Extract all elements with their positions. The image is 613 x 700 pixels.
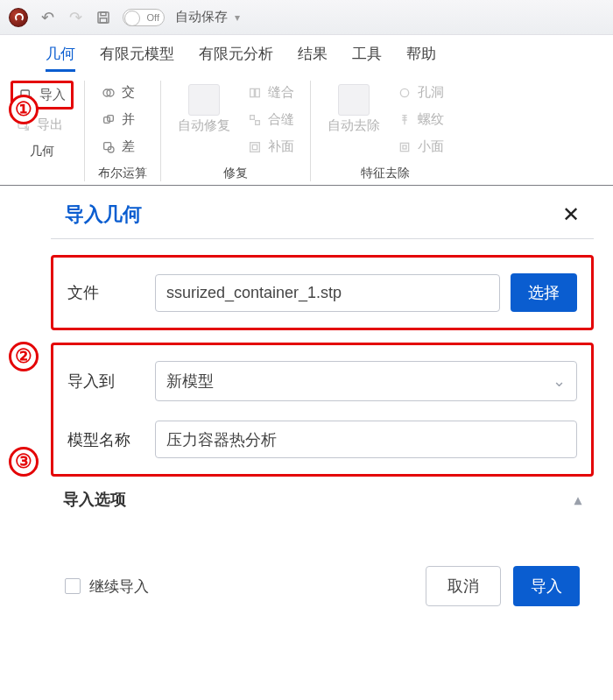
autosave-menu-icon[interactable]: ▾ <box>235 11 240 24</box>
small-face-icon <box>397 139 412 155</box>
file-path-input[interactable] <box>155 274 500 312</box>
tab-2[interactable]: 有限元分析 <box>199 44 273 72</box>
import-button-confirm[interactable]: 导入 <box>513 566 580 606</box>
hole-label: 孔洞 <box>418 84 444 101</box>
auto-remove-icon <box>338 84 370 116</box>
autosave-toggle[interactable]: Off <box>123 9 165 26</box>
union-button[interactable]: 并 <box>95 108 150 131</box>
svg-rect-11 <box>250 88 255 96</box>
intersect-label: 交 <box>122 84 135 101</box>
dialog-footer: 继续导入 取消 导入 <box>51 541 594 622</box>
svg-rect-16 <box>252 145 257 149</box>
subtract-icon <box>101 139 116 155</box>
group-label-boolean: 布尔运算 <box>98 166 147 181</box>
thread-button[interactable]: 螺纹 <box>391 108 449 131</box>
import-options-label: 导入选项 <box>63 489 126 510</box>
merge-seam-icon <box>247 112 263 128</box>
undo-icon[interactable]: ↶ <box>39 8 56 27</box>
sew-icon <box>247 85 263 101</box>
merge-seam-button[interactable]: 合缝 <box>242 108 299 131</box>
svg-rect-2 <box>100 18 107 22</box>
file-selection-frame: 文件 选择 <box>51 255 594 330</box>
tab-5[interactable]: 帮助 <box>406 44 436 72</box>
import-to-value: 新模型 <box>166 371 214 392</box>
hole-button[interactable]: 孔洞 <box>391 81 449 104</box>
subtract-button[interactable]: 差 <box>95 135 150 159</box>
ribbon-group-boolean: 交 并 差 布尔运算 <box>84 81 160 181</box>
checkbox-icon <box>65 578 81 594</box>
small-face-button[interactable]: 小面 <box>391 135 449 159</box>
svg-rect-19 <box>403 145 406 149</box>
import-to-label: 导入到 <box>67 371 144 392</box>
close-icon[interactable]: ✕ <box>562 202 580 227</box>
continue-import-checkbox[interactable]: 继续导入 <box>65 576 149 597</box>
auto-remove-button[interactable]: 自动去除 <box>321 81 386 138</box>
svg-point-17 <box>400 88 408 96</box>
intersect-icon <box>101 85 116 101</box>
chevron-up-icon: ▴ <box>574 491 581 508</box>
toggle-text: Off <box>147 12 159 23</box>
app-logo <box>9 8 28 27</box>
hole-icon <box>397 85 412 101</box>
titlebar: ↶ ↷ Off 自动保存 ▾ <box>0 0 613 35</box>
auto-remove-label: 自动去除 <box>328 117 380 134</box>
continue-import-label: 继续导入 <box>89 576 149 597</box>
import-to-select[interactable]: 新模型 ⌄ <box>155 361 577 401</box>
svg-rect-1 <box>101 12 106 16</box>
intersect-button[interactable]: 交 <box>95 81 150 104</box>
step-badge-2: ② <box>9 342 39 371</box>
divider <box>51 238 594 239</box>
chevron-down-icon: ⌄ <box>553 371 566 391</box>
dialog-title: 导入几何 <box>65 202 142 228</box>
import-label: 导入 <box>39 87 66 103</box>
save-icon[interactable] <box>95 10 112 25</box>
sew-button[interactable]: 缝合 <box>242 81 299 104</box>
auto-repair-button[interactable]: 自动修复 <box>172 81 236 138</box>
svg-rect-14 <box>256 120 260 124</box>
step-badge-1: ① <box>9 95 39 124</box>
ribbon-group-geometry: 导入 导出 几何 <box>0 81 84 181</box>
group-label-repair: 修复 <box>223 166 248 181</box>
group-label-feature-remove: 特征去除 <box>361 166 410 181</box>
svg-rect-12 <box>256 88 260 96</box>
thread-icon <box>397 112 412 128</box>
model-name-label: 模型名称 <box>67 429 144 450</box>
main-tabs: 几何有限元模型有限元分析结果工具帮助 <box>0 35 613 72</box>
patch-icon <box>247 139 263 155</box>
svg-rect-9 <box>104 142 111 149</box>
model-settings-frame: 导入到 新模型 ⌄ 模型名称 <box>51 343 594 477</box>
select-file-button[interactable]: 选择 <box>511 273 577 312</box>
merge-seam-label: 合缝 <box>268 111 294 128</box>
group-label-geometry: 几何 <box>30 144 54 159</box>
small-face-label: 小面 <box>418 138 444 155</box>
union-label: 并 <box>122 111 135 128</box>
auto-repair-label: 自动修复 <box>178 117 230 134</box>
file-label: 文件 <box>67 282 144 303</box>
union-icon <box>101 112 116 128</box>
patch-label: 补面 <box>268 138 294 155</box>
tab-0[interactable]: 几何 <box>46 44 75 72</box>
import-options-section[interactable]: 导入选项 ▴ <box>51 489 594 510</box>
step-badge-3: ③ <box>9 447 39 477</box>
thread-label: 螺纹 <box>418 111 444 128</box>
tab-3[interactable]: 结果 <box>298 44 328 72</box>
svg-rect-13 <box>250 115 255 119</box>
tab-1[interactable]: 有限元模型 <box>100 44 174 72</box>
redo-icon[interactable]: ↷ <box>67 8 84 27</box>
auto-repair-icon <box>188 84 220 116</box>
ribbon-group-repair: 自动修复 缝合 合缝 补面 修复 <box>160 81 310 181</box>
ribbon-group-feature-remove: 自动去除 孔洞 螺纹 小面 特征去除 <box>310 81 460 181</box>
ribbon: 导入 导出 几何 交 并 差 布尔运算 自动修复 缝合 <box>0 72 613 186</box>
tab-4[interactable]: 工具 <box>352 44 382 72</box>
export-label: 导出 <box>37 117 63 133</box>
model-name-input[interactable] <box>155 421 577 458</box>
cancel-button[interactable]: 取消 <box>426 566 501 606</box>
sew-label: 缝合 <box>268 84 294 101</box>
subtract-label: 差 <box>122 138 135 155</box>
svg-rect-18 <box>400 143 408 151</box>
autosave-label: 自动保存 <box>175 9 228 25</box>
import-geometry-dialog: 导入几何 ✕ 文件 选择 导入到 新模型 ⌄ 模型名称 导入选项 ▴ 继续导入 <box>51 191 594 622</box>
patch-button[interactable]: 补面 <box>242 135 299 159</box>
svg-rect-15 <box>250 142 260 152</box>
